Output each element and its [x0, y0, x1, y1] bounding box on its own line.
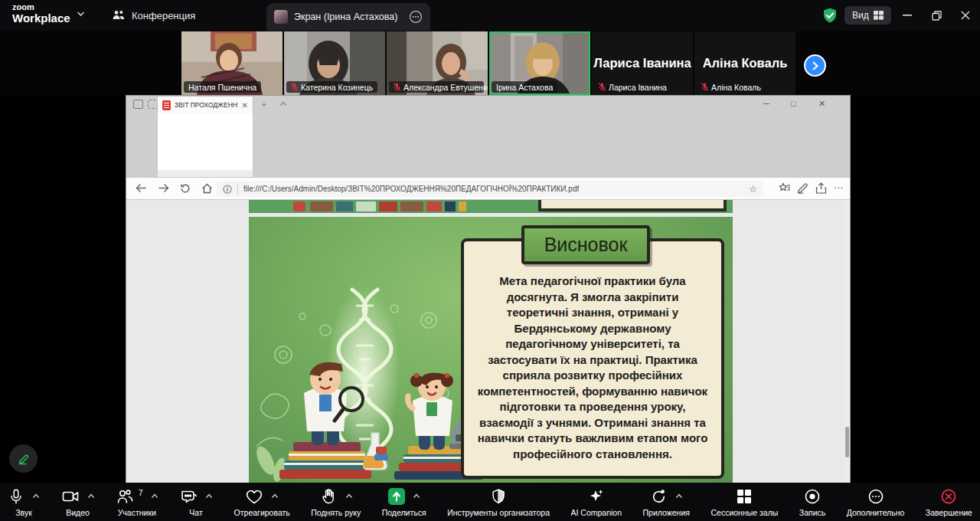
mic-icon [8, 487, 24, 506]
chat-label: Чат [189, 508, 202, 517]
meeting-people-icon [112, 9, 126, 21]
react-label: Отреагировать [234, 508, 290, 517]
annotate-pen-icon[interactable] [797, 182, 808, 194]
record-button[interactable]: Запись [799, 487, 825, 517]
browser-window: ЗВІТ ПРОХОДЖЕННЯ Г ✕ + ─ □ ✕ [126, 96, 850, 483]
participant-name-text: Александра Евтушенко [403, 83, 488, 92]
next-participants-page-button[interactable] [804, 54, 826, 77]
back-icon[interactable] [136, 183, 147, 193]
chat-options-caret[interactable] [205, 493, 213, 499]
raise-hand-label: Поднять руку [311, 508, 361, 517]
view-button[interactable]: Вид [844, 6, 891, 25]
record-label: Запись [799, 508, 825, 517]
forward-icon[interactable] [158, 183, 169, 193]
tab-list-chevron-icon[interactable] [279, 101, 287, 106]
logo-workplace-text: Workplace [12, 12, 70, 24]
prev-page-textbox-bottom [538, 200, 727, 211]
tab-more-options-icon[interactable] [409, 10, 423, 24]
video-options-caret[interactable] [87, 493, 95, 499]
breakout-rooms-button[interactable]: Сессионные залы [710, 487, 778, 517]
share-screen-button[interactable]: Поделиться [382, 487, 426, 517]
end-meeting-button[interactable]: Завершение [926, 487, 972, 517]
favorites-bar-icon[interactable] [779, 182, 791, 194]
participant-name-text: Катерина Козинець [301, 83, 373, 92]
pdf-current-page: Мета педагогічної практики була досягнут… [249, 217, 733, 483]
chat-button[interactable]: Чат [179, 487, 213, 517]
slide-title-box: Висновок [521, 225, 650, 264]
share-options-caret[interactable] [413, 493, 420, 499]
ai-companion-button[interactable]: AI Companion [570, 487, 622, 517]
refresh-icon[interactable] [180, 183, 191, 194]
react-options-caret[interactable] [271, 493, 279, 499]
browser-minimize-button[interactable]: ─ [763, 99, 769, 108]
camera-icon [61, 487, 80, 506]
host-tools-label: Инструменты организатора [447, 508, 550, 517]
host-tools-button[interactable]: Инструменты организатора [447, 487, 550, 517]
add-favorite-star-icon[interactable]: ☆ [749, 184, 757, 195]
breakout-rooms-icon [736, 488, 753, 505]
participant-name-label: Аліна Коваль [697, 81, 766, 93]
home-icon[interactable] [201, 183, 213, 194]
pdf-scrollbar[interactable] [844, 200, 850, 483]
browser-close-button[interactable]: ✕ [818, 99, 825, 109]
tab-meeting[interactable]: Конференция [112, 0, 195, 31]
video-tile-camera-off[interactable]: Лариса Іванина Лариса Іванина [592, 31, 693, 95]
shared-screen-avatar [274, 10, 288, 24]
view-button-label: Вид [852, 10, 869, 21]
prev-page-art [445, 202, 456, 211]
prev-page-art [356, 202, 376, 211]
security-shield-icon[interactable] [822, 7, 838, 24]
video-button[interactable]: Видео [61, 487, 95, 517]
annotate-button[interactable] [9, 444, 38, 473]
end-meeting-label: Завершение [926, 508, 972, 517]
browser-maximize-button[interactable]: □ [791, 99, 796, 108]
video-tile[interactable]: Александра Евтушенко [387, 31, 488, 95]
muted-mic-icon [291, 83, 298, 91]
prev-page-art [336, 202, 353, 211]
url-field[interactable]: file:///C:/Users/Admin/Desktop/ЗВІТ%20ПР… [217, 181, 763, 197]
window-restore-button[interactable] [922, 0, 951, 31]
react-button[interactable]: Отреагировать [234, 487, 290, 517]
video-tile-active-speaker[interactable]: Ірина Астахова [489, 31, 590, 95]
share-page-icon[interactable] [815, 182, 827, 194]
tab-shared-screen[interactable]: Экран (Ірина Астахова) [266, 3, 430, 31]
audio-options-caret[interactable] [32, 493, 40, 499]
video-tile[interactable]: Катерина Козинець [284, 31, 385, 95]
audio-button[interactable]: Звук [8, 487, 40, 517]
slide-conclusion-box: Мета педагогічної практики була досягнут… [461, 238, 724, 479]
page-info-icon[interactable] [223, 185, 232, 194]
window-minimize-button[interactable] [893, 0, 922, 31]
participants-button[interactable]: 7 Участники [116, 487, 158, 517]
slide-body-text: Мета педагогічної практики була досягнут… [464, 241, 721, 462]
apps-button[interactable]: Приложения [643, 487, 690, 517]
raise-hand-button[interactable]: Поднять руку [311, 487, 361, 517]
pdf-scrollbar-thumb[interactable] [845, 427, 849, 457]
muted-mic-icon [599, 83, 606, 91]
browser-tab-pdf[interactable]: ЗВІТ ПРОХОДЖЕННЯ Г ✕ [157, 96, 253, 113]
workspace-chevron-down-icon[interactable] [77, 11, 85, 17]
participants-icon [116, 487, 134, 506]
shared-screen-tab-label: Экран (Ірина Астахова) [294, 11, 397, 22]
raise-hand-options-caret[interactable] [345, 493, 353, 499]
share-screen-icon [388, 488, 405, 505]
prev-page-art [310, 202, 333, 211]
participant-name-text: Лариса Іванина [609, 83, 667, 92]
apps-options-caret[interactable] [675, 493, 683, 499]
muted-mic-icon [394, 83, 400, 91]
tab-close-icon[interactable]: ✕ [242, 101, 248, 110]
pdf-previous-page-bottom [249, 200, 733, 213]
record-icon [803, 487, 822, 506]
window-close-button[interactable] [951, 0, 980, 31]
host-tools-shield-icon [490, 487, 507, 506]
tabs-set-aside-icon[interactable] [133, 100, 143, 109]
new-tab-button[interactable]: + [261, 99, 267, 110]
video-tile-camera-off[interactable]: Аліна Коваль Аліна Коваль [694, 31, 795, 95]
video-tile[interactable]: Наталя Пшенична [181, 31, 283, 95]
browser-settings-ellipsis-icon[interactable]: ⋯ [834, 182, 843, 193]
prev-page-art [400, 202, 423, 211]
shared-screen-area: ЗВІТ ПРОХОДЖЕННЯ Г ✕ + ─ □ ✕ [0, 96, 980, 483]
pdf-viewer: Мета педагогічної практики була досягнут… [126, 200, 850, 483]
participants-options-caret[interactable] [151, 493, 158, 499]
more-button[interactable]: Дополнительно [847, 487, 905, 517]
end-call-icon [939, 487, 958, 506]
